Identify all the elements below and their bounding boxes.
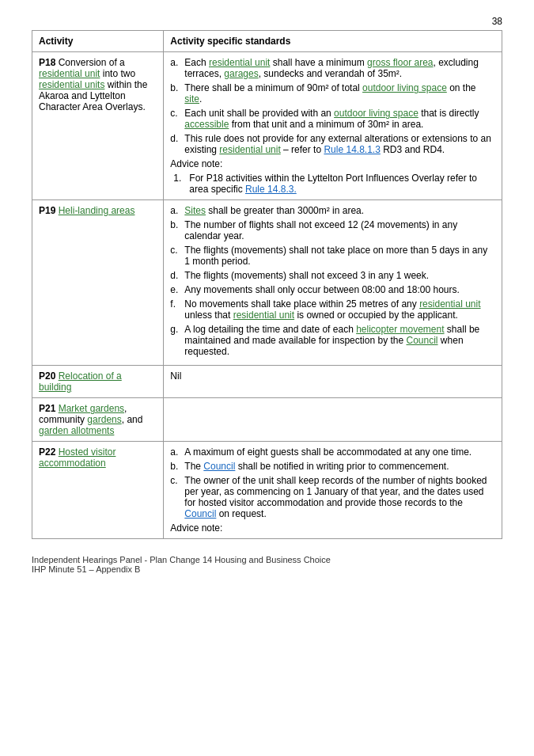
item-text: The flights (movements) shall not exceed… [184,270,429,281]
page-container: 38 Activity Activity specific standards … [32,16,502,574]
item-label: b. [170,461,184,472]
table-row: P20 Relocation of a buildingNil [32,366,502,398]
footer: Independent Hearings Panel - Plan Change… [32,555,502,574]
footer-line2: IHP Minute 51 – Appendix B [32,564,502,574]
standards-item: d.The flights (movements) shall not exce… [170,270,495,281]
item-label: b. [170,219,184,241]
standards-item: c.Each unit shall be provided with an ou… [170,108,495,130]
table-row: P21 Market gardens, community gardens, a… [32,398,502,442]
standards-cell: a.Sites shall be greater than 3000m² in … [164,200,502,366]
advice-note: Advice note:1.For P18 activities within … [170,158,495,195]
header-activity: Activity [32,31,164,52]
activity-cell: P19 Heli-landing areas [32,200,164,366]
item-label: d. [170,133,184,155]
item-text: There shall be a minimum of 90m² of tota… [184,82,495,104]
activity-cell: P20 Relocation of a building [32,366,164,398]
item-label: a. [170,205,184,216]
item-text: No movements shall take place within 25 … [184,298,495,321]
standards-item: a.Sites shall be greater than 3000m² in … [170,205,495,216]
activity-cell: P22 Hosted visitoraccommodation [32,442,164,539]
advice-item-text: For P18 activities within the Lyttelton … [189,173,495,195]
advice-note-label: Advice note: [170,522,222,534]
table-row: P19 Heli-landing areasa.Sites shall be g… [32,200,502,366]
standards-cell: a.A maximum of eight guests shall be acc… [164,442,502,539]
rule-id: P21 [39,403,55,414]
standards-cell [164,398,502,442]
standards-item: f.No movements shall take place within 2… [170,298,495,321]
item-text: Sites shall be greater than 3000m² in ar… [184,205,364,216]
item-text: The number of flights shall not exceed 1… [184,219,495,241]
item-text: The Council shall be notified in writing… [184,461,449,472]
item-label: f. [170,298,184,321]
header-standards: Activity specific standards [164,31,502,52]
footer-line1: Independent Hearings Panel - Plan Change… [32,555,502,564]
item-label: a. [170,446,184,458]
item-label: b. [170,82,184,104]
item-label: c. [170,245,184,267]
page-number-text: 38 [492,16,502,27]
item-label: c. [170,475,184,519]
item-text: A maximum of eight guests shall be accom… [184,446,472,458]
table-row: P22 Hosted visitoraccommodationa.A maxim… [32,442,502,539]
item-text: The owner of the unit shall keep records… [184,475,495,519]
standards-item: g.A log detailing the time and date of e… [170,324,495,357]
item-text: Each residential unit shall have a minim… [184,57,495,79]
standards-item: b.The Council shall be notified in writi… [170,461,495,472]
item-text: Any movements shall only occur between 0… [184,284,460,295]
advice-note-item: 1.For P18 activities within the Lyttelto… [170,173,495,195]
item-text: The flights (movements) shall not take p… [184,245,495,267]
table-row: P18 Conversion of a residential unit int… [32,52,502,200]
standards-item: c.The flights (movements) shall not take… [170,245,495,267]
rule-id: P20 [39,370,55,382]
item-label: d. [170,270,184,281]
standards-cell: a.Each residential unit shall have a min… [164,52,502,200]
standards-cell: Nil [164,366,502,398]
page-number: 38 [32,16,502,27]
standards-item: e.Any movements shall only occur between… [170,284,495,295]
activity-cell: P21 Market gardens, community gardens, a… [32,398,164,442]
standards-item: c.The owner of the unit shall keep recor… [170,475,495,519]
item-text: A log detailing the time and date of eac… [184,324,495,357]
item-label: c. [170,108,184,130]
advice-item-num: 1. [173,173,189,195]
item-text: Each unit shall be provided with an outd… [184,108,495,130]
main-table: Activity Activity specific standards P18… [32,30,502,539]
item-label: g. [170,324,184,357]
standards-item: d.This rule does not provide for any ext… [170,133,495,155]
item-label: a. [170,57,184,79]
standards-item: b.There shall be a minimum of 90m² of to… [170,82,495,104]
advice-note: Advice note: [170,522,495,534]
advice-note-label: Advice note: [170,158,222,169]
item-text: This rule does not provide for any exter… [184,133,495,155]
standards-item: a.A maximum of eight guests shall be acc… [170,446,495,458]
rule-id: P18 [39,57,55,68]
rule-id: P22 [39,446,55,458]
rule-id: P19 [39,205,55,216]
activity-cell: P18 Conversion of a residential unit int… [32,52,164,200]
item-label: e. [170,284,184,295]
standards-item: a.Each residential unit shall have a min… [170,57,495,79]
standards-item: b.The number of flights shall not exceed… [170,219,495,241]
